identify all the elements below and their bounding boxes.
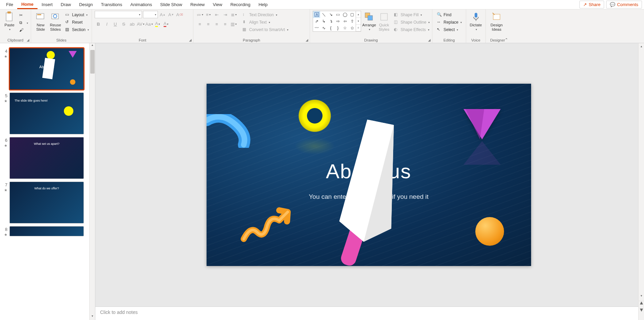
bold-button[interactable]: B bbox=[95, 20, 102, 28]
italic-button[interactable]: I bbox=[103, 20, 111, 28]
shape-line[interactable]: ＼ bbox=[320, 11, 327, 18]
comments-button[interactable]: 💬 Comments bbox=[606, 1, 642, 8]
align-text-button[interactable]: ⬍Align Text▾ bbox=[241, 19, 290, 26]
smartart-button[interactable]: ▦Convert to SmartArt▾ bbox=[241, 26, 290, 33]
new-slide-button[interactable]: New Slide bbox=[34, 11, 47, 32]
columns-button[interactable]: ▥▾ bbox=[230, 20, 237, 28]
menu-view[interactable]: View bbox=[209, 1, 226, 8]
font-color-button[interactable]: A▾ bbox=[162, 20, 170, 28]
shape-star[interactable]: ☆ bbox=[341, 25, 349, 31]
menu-draw[interactable]: Draw bbox=[57, 1, 75, 8]
slide-thumb-7[interactable]: What do we offer? bbox=[9, 182, 84, 223]
reuse-slides-button[interactable]: Reuse Slides bbox=[49, 11, 62, 32]
slide-thumb-6[interactable]: What set us apart? bbox=[9, 137, 84, 179]
copy-button[interactable]: ⧉▾ bbox=[18, 20, 30, 26]
shape-brace-r[interactable]: } bbox=[334, 25, 341, 31]
shapes-gallery[interactable]: A ＼ ↘ ▭ ◯ ▢ ⇗ ↳ ↴ ⇨ ⇦ ⇧ 〰 ∿ { } ☆ bbox=[313, 11, 356, 32]
align-right-button[interactable]: ≡ bbox=[213, 20, 220, 28]
scroll-down-icon[interactable]: ▾ bbox=[90, 314, 95, 320]
shape-callout[interactable]: ✩ bbox=[349, 25, 356, 31]
slide-canvas[interactable]: About us You can enter a subtitle here i… bbox=[207, 84, 531, 266]
shape-rect[interactable]: ▭ bbox=[334, 11, 341, 18]
shape-curve[interactable]: 〰 bbox=[313, 25, 320, 31]
shape-effects-button[interactable]: ◐Shape Effects▾ bbox=[392, 26, 431, 33]
section-button[interactable]: ▤Section▾ bbox=[64, 26, 91, 33]
font-size-combo[interactable]: ▾ bbox=[143, 11, 158, 18]
font-dialog-launcher[interactable]: ◢ bbox=[189, 38, 192, 42]
collapse-ribbon-button[interactable]: ⌃ bbox=[505, 37, 508, 42]
char-spacing-button[interactable]: AV▾ bbox=[137, 20, 144, 28]
select-button[interactable]: ↖Select▾ bbox=[435, 26, 463, 33]
clear-format-button[interactable]: A⌫ bbox=[176, 11, 183, 18]
shapes-gallery-more[interactable]: ▴▾≡ bbox=[356, 11, 361, 32]
shape-arrow-up[interactable]: ⇧ bbox=[349, 18, 356, 25]
bullets-button[interactable]: ≔▾ bbox=[196, 11, 204, 18]
shape-line-arrow[interactable]: ↘ bbox=[327, 11, 334, 18]
shape-arrow[interactable]: ⇗ bbox=[313, 18, 320, 25]
menu-transitions[interactable]: Transitions bbox=[97, 1, 126, 8]
dictate-button[interactable]: Dictate▾ bbox=[469, 11, 483, 32]
slide-thumb-4[interactable]: About us bbox=[9, 48, 84, 90]
grow-font-button[interactable]: A▲ bbox=[159, 11, 166, 18]
paragraph-dialog-launcher[interactable]: ◢ bbox=[306, 38, 308, 42]
notes-pane[interactable]: Click to add notes bbox=[95, 306, 644, 320]
slide-thumb-8[interactable] bbox=[9, 226, 84, 236]
shape-fill-button[interactable]: ◧Shape Fill▾ bbox=[392, 11, 431, 18]
strikethrough-button[interactable]: S bbox=[120, 20, 127, 28]
cut-button[interactable]: ✂ bbox=[18, 12, 30, 19]
shape-elbow2[interactable]: ↴ bbox=[327, 18, 334, 25]
layout-button[interactable]: ▭Layout▾ bbox=[64, 11, 91, 18]
clipboard-dialog-launcher[interactable]: ◢ bbox=[27, 38, 29, 42]
align-left-button[interactable]: ≡ bbox=[196, 20, 204, 28]
scroll-up-icon[interactable]: ▴ bbox=[90, 43, 95, 49]
find-button[interactable]: 🔍Find bbox=[435, 11, 463, 18]
shape-purple-pyramid[interactable] bbox=[463, 109, 501, 139]
change-case-button[interactable]: Aa▾ bbox=[145, 20, 153, 28]
thumb-row[interactable]: 6★ What set us apart? bbox=[0, 136, 95, 180]
menu-home[interactable]: Home bbox=[17, 0, 38, 9]
menu-design[interactable]: Design bbox=[75, 1, 97, 8]
shape-orange-arrow[interactable] bbox=[240, 205, 291, 246]
slides-panel[interactable]: 4★ About us 5★ The slide title goes here… bbox=[0, 43, 95, 320]
text-direction-button[interactable]: ↕Text Direction▾ bbox=[241, 11, 290, 18]
menu-insert[interactable]: Insert bbox=[38, 1, 57, 8]
arrange-button[interactable]: Arrange▾ bbox=[362, 11, 376, 32]
highlight-button[interactable]: A▾ bbox=[154, 20, 161, 28]
shape-yellow-torus[interactable] bbox=[294, 96, 335, 136]
shape-curve2[interactable]: ∿ bbox=[320, 25, 327, 31]
replace-button[interactable]: ↔Replace▾ bbox=[435, 19, 463, 26]
menu-animations[interactable]: Animations bbox=[126, 1, 156, 8]
menu-slideshow[interactable]: Slide Show bbox=[156, 1, 186, 8]
shape-block-arrow[interactable]: ⇨ bbox=[334, 18, 341, 25]
align-center-button[interactable]: ≡ bbox=[205, 20, 212, 28]
shape-blue-tube[interactable] bbox=[207, 114, 252, 148]
numbering-button[interactable]: ≡▾ bbox=[205, 11, 212, 18]
thumb-row[interactable]: 8★ bbox=[0, 225, 95, 238]
drawing-dialog-launcher[interactable]: ◢ bbox=[428, 38, 431, 42]
shape-oval[interactable]: ◯ bbox=[341, 11, 349, 18]
line-spacing-button[interactable]: ≣▾ bbox=[230, 11, 237, 18]
menu-file[interactable]: File bbox=[2, 1, 17, 8]
shape-outline-button[interactable]: ◫Shape Outline▾ bbox=[392, 19, 431, 26]
shape-elbow[interactable]: ↳ bbox=[320, 18, 327, 25]
shrink-font-button[interactable]: A▼ bbox=[167, 11, 175, 18]
menu-help[interactable]: Help bbox=[255, 1, 272, 8]
shadow-button[interactable]: ab bbox=[128, 20, 136, 28]
increase-indent-button[interactable]: ⇥ bbox=[221, 11, 229, 18]
shape-block-arrow2[interactable]: ⇦ bbox=[341, 18, 349, 25]
next-slide-button[interactable]: ⯆ bbox=[639, 308, 644, 315]
justify-button[interactable]: ≡ bbox=[221, 20, 229, 28]
scroll-down-icon[interactable]: ▾ bbox=[639, 294, 644, 300]
font-family-combo[interactable]: ▾ bbox=[95, 11, 142, 18]
thumb-row[interactable]: 4★ About us bbox=[0, 47, 95, 91]
slide-thumb-5[interactable]: The slide title goes here! bbox=[9, 92, 84, 134]
editor-scrollbar[interactable]: ▴ ▾ ⯅ ⯆ bbox=[638, 43, 644, 320]
share-button[interactable]: ↗ Share bbox=[579, 1, 604, 8]
reset-button[interactable]: ↺Reset bbox=[64, 19, 91, 26]
shape-orange-sphere[interactable] bbox=[475, 217, 504, 246]
shape-roundrect[interactable]: ▢ bbox=[349, 11, 356, 18]
underline-button[interactable]: U bbox=[112, 20, 119, 28]
design-ideas-button[interactable]: Design Ideas bbox=[488, 11, 505, 32]
thumb-row[interactable]: 5★ The slide title goes here! bbox=[0, 91, 95, 136]
scroll-up-icon[interactable]: ▴ bbox=[639, 43, 644, 49]
